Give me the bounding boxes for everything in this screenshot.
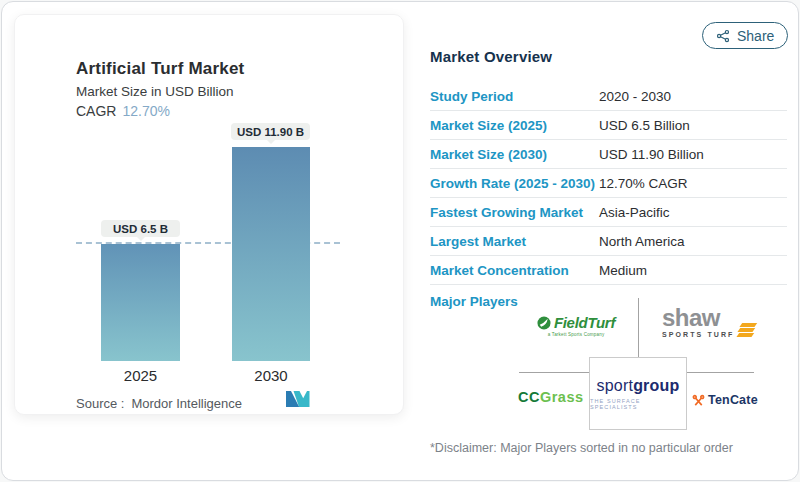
fieldturf-logo: FieldTurf a Tarkett Sports Company [536, 314, 616, 337]
table-row: Fastest Growing Market Asia-Pacific [430, 198, 787, 227]
market-chart-card: Artificial Turf Market Market Size in US… [14, 14, 404, 415]
mordor-intelligence-logo-icon [286, 391, 310, 411]
row-label: Growth Rate (2025 - 2030) [430, 176, 599, 191]
row-value: North America [599, 234, 685, 249]
bar-chart: USD 6.5 B USD 11.90 B 2025 2030 [15, 15, 405, 416]
shaw-logo: shaw SPORTS TURF [662, 308, 758, 338]
ccgrass-grass: Grass [540, 389, 584, 405]
row-value: USD 6.5 Billion [599, 118, 690, 133]
shaw-name: shaw [662, 308, 720, 328]
table-row: Market Concentration Medium [430, 256, 787, 285]
table-row: Growth Rate (2025 - 2030) 12.70% CAGR [430, 169, 787, 198]
row-label: Market Size (2025) [430, 118, 599, 133]
row-label: Market Size (2030) [430, 147, 599, 162]
shaw-subtitle: SPORTS TURF [662, 331, 735, 338]
shaw-s-icon [738, 322, 756, 337]
x-axis-label-2025: 2025 [101, 367, 180, 384]
row-label: Largest Market [430, 234, 599, 249]
overview-table: Study Period 2020 - 2030 Market Size (20… [430, 82, 787, 285]
table-row: Market Size (2025) USD 6.5 Billion [430, 111, 787, 140]
ccgrass-cc: CC [518, 389, 540, 405]
chart-source: Source :Mordor Intelligence [76, 396, 242, 411]
bar-2025 [101, 244, 180, 361]
sportgroup-part2: group [633, 377, 679, 394]
table-row: Market Size (2030) USD 11.90 Billion [430, 140, 787, 169]
bar-value-label-2030: USD 11.90 B [231, 123, 310, 140]
row-value: Medium [599, 263, 647, 278]
row-value: Asia-Pacific [599, 205, 670, 220]
ccgrass-logo: CCGrass [518, 389, 584, 405]
source-value: Mordor Intelligence [131, 396, 242, 411]
x-axis-label-2030: 2030 [232, 367, 310, 384]
fieldturf-leaf-icon [537, 316, 551, 330]
bar-2030 [232, 147, 310, 361]
tencate-name: TenCate [708, 393, 758, 407]
sportgroup-part1: sport [597, 377, 634, 394]
row-value: USD 11.90 Billion [599, 147, 704, 162]
row-label: Fastest Growing Market [430, 205, 599, 220]
major-players-label: Major Players [430, 294, 518, 309]
report-widget: Artificial Turf Market Market Size in US… [1, 1, 799, 481]
overview-title: Market Overview [430, 48, 552, 65]
share-icon [716, 29, 730, 43]
tencate-logo: TenCate [692, 393, 758, 407]
share-button-label: Share [737, 28, 774, 44]
share-button[interactable]: Share [702, 22, 788, 49]
players-divider-horizontal-left [519, 372, 589, 373]
fieldturf-tagline: a Tarkett Sports Company [536, 332, 616, 337]
table-row: Largest Market North America [430, 227, 787, 256]
players-divider-vertical [638, 298, 639, 357]
sportgroup-logo: sportgroup THE SURFACE SPECIALISTS [589, 357, 687, 430]
row-value: 2020 - 2030 [599, 89, 671, 104]
players-divider-horizontal-right [687, 372, 754, 373]
table-row: Study Period 2020 - 2030 [430, 82, 787, 111]
row-value: 12.70% CAGR [599, 176, 688, 191]
source-label: Source : [76, 396, 124, 411]
players-disclaimer: *Disclaimer: Major Players sorted in no … [430, 441, 733, 455]
sportgroup-tagline: THE SURFACE SPECIALISTS [590, 398, 686, 410]
fieldturf-name: FieldTurf [554, 314, 615, 331]
bar-value-label-2025: USD 6.5 B [101, 220, 180, 237]
row-label: Study Period [430, 89, 599, 104]
row-label: Market Concentration [430, 263, 599, 278]
tencate-keys-icon [692, 394, 705, 407]
